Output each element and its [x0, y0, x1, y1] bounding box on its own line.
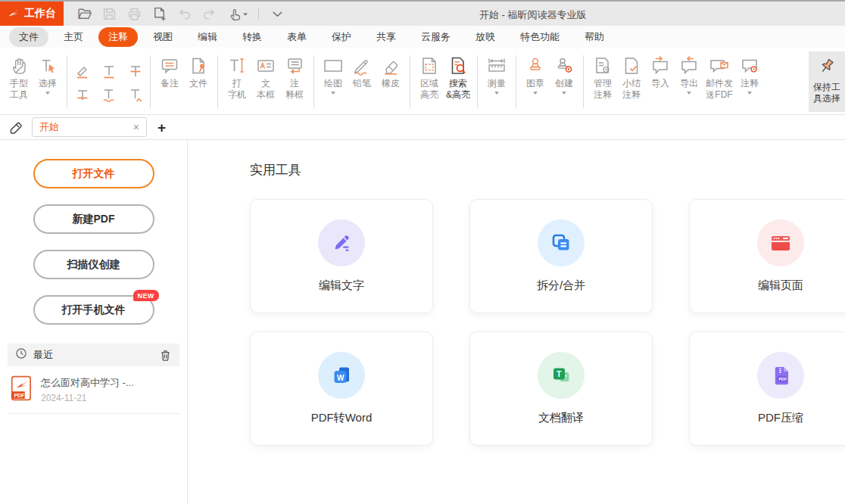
pencil-button[interactable]: 铅笔 — [348, 51, 376, 91]
redo-icon[interactable] — [199, 4, 219, 23]
recent-title: 最近 — [33, 348, 53, 362]
baseline-strike-icon[interactable] — [69, 82, 95, 106]
underline-text-icon[interactable] — [95, 59, 122, 82]
pencil-icon — [351, 53, 373, 78]
stamp-button[interactable]: 图章 — [521, 51, 550, 96]
card-pdf-compress[interactable]: PDF PDF压缩 — [689, 331, 845, 446]
file-attachment-button[interactable]: 文件 — [184, 51, 213, 91]
ribbon-toolbar: 手型 工具 选择 — [0, 48, 845, 115]
tab-start[interactable]: 开始 × — [32, 117, 147, 137]
pencil-label: 铅笔 — [353, 78, 371, 89]
open-file-button[interactable]: 打开文件 — [33, 159, 154, 188]
eraser-button[interactable]: 橡皮 — [376, 51, 405, 91]
card-doc-translate[interactable]: T 文档翻译 — [469, 331, 653, 446]
comments-settings-label: 注释 — [741, 78, 759, 89]
comments-settings-button[interactable]: 注释 — [735, 51, 764, 96]
pdf-file-icon: PDF — [11, 375, 33, 404]
card-edit-text[interactable]: 编辑文字 — [250, 199, 433, 313]
annotate-quick-icon[interactable] — [6, 117, 26, 137]
hand-tool-button[interactable]: 手型 工具 — [5, 51, 33, 102]
measure-label: 测量 — [488, 78, 506, 89]
pdf-compress-icon: PDF — [757, 352, 804, 399]
squiggly-underline-icon[interactable] — [95, 82, 122, 106]
open-file-icon[interactable] — [74, 4, 94, 23]
edit-pages-icon — [757, 219, 804, 266]
chevron-down-icon — [533, 92, 538, 95]
menu-share[interactable]: 共享 — [366, 27, 406, 47]
chevron-down-icon — [331, 92, 335, 95]
save-icon[interactable] — [99, 4, 119, 23]
menu-cloud[interactable]: 云服务 — [411, 27, 460, 47]
callout-button[interactable]: 注 释框 — [280, 51, 309, 102]
menu-comment[interactable]: 注释 — [98, 27, 138, 47]
area-highlight-button[interactable]: 区域 高亮 — [415, 51, 444, 102]
menu-help[interactable]: 帮助 — [575, 27, 614, 47]
note-button[interactable]: 备注 — [155, 51, 184, 91]
pushpin-icon — [815, 56, 838, 82]
keep-tool-selected-button[interactable]: 保持工 具选择 — [809, 51, 845, 112]
card-pdf-to-word[interactable]: W PDF转Word — [250, 331, 433, 446]
menu-form[interactable]: 表单 — [277, 27, 316, 47]
undo-icon[interactable] — [174, 4, 194, 23]
email-fdf-icon — [708, 53, 731, 78]
search-highlight-button[interactable]: 搜索 &高亮 — [444, 51, 472, 102]
email-fdf-button[interactable]: 邮件发 送FDF — [703, 51, 735, 102]
export-comments-button[interactable]: 导出 — [675, 51, 703, 96]
tools-heading: 实用工具 — [250, 161, 845, 179]
card-label: PDF压缩 — [758, 411, 803, 425]
menu-convert[interactable]: 转换 — [232, 27, 272, 47]
menu-home[interactable]: 主页 — [54, 27, 93, 47]
note-label: 备注 — [161, 78, 179, 89]
clear-recent-trash-icon[interactable] — [159, 349, 172, 362]
main-content: 实用工具 编辑文字 拆分/合并 编辑页面 — [188, 140, 845, 504]
workbench-button[interactable]: 工作台 — [0, 2, 64, 26]
import-comments-button[interactable]: 导入 — [646, 51, 675, 91]
new-pdf-button[interactable]: 新建PDF — [33, 204, 154, 234]
print-icon[interactable] — [124, 4, 144, 23]
menu-view[interactable]: 视图 — [143, 27, 182, 47]
scanner-create-button[interactable]: 扫描仪创建 — [33, 250, 154, 279]
recent-file-item[interactable]: PDF 怎么面对高中学习 -... 2024-11-21 — [8, 366, 179, 414]
typewriter-label: 打 字机 — [228, 78, 246, 101]
measure-button[interactable]: 测量 — [482, 51, 511, 96]
select-cursor-icon — [38, 53, 58, 78]
pdf-to-word-icon: W — [318, 352, 365, 399]
menu-features[interactable]: 特色功能 — [510, 27, 569, 47]
drawing-button[interactable]: 绘图 — [319, 51, 348, 96]
note-icon — [159, 53, 180, 78]
highlight-text-icon[interactable] — [69, 59, 95, 82]
new-tab-button[interactable]: + — [157, 120, 166, 135]
manage-comments-button[interactable]: 管理 注释 — [588, 51, 617, 102]
menu-edit[interactable]: 编辑 — [188, 27, 227, 47]
summarize-comments-button[interactable]: 小结 注释 — [617, 51, 646, 102]
menu-protect[interactable]: 保护 — [322, 27, 361, 47]
create-stamp-button[interactable]: 创建 — [550, 51, 578, 96]
customize-toolbar-icon[interactable] — [267, 4, 287, 23]
tab-close-icon[interactable]: × — [133, 122, 139, 132]
eraser-label: 橡皮 — [382, 78, 400, 89]
recent-file-name: 怎么面对高中学习 -... — [41, 376, 134, 390]
strikeout-text-icon[interactable] — [122, 59, 148, 82]
import-label: 导入 — [651, 78, 669, 89]
typewriter-button[interactable]: 打 字机 — [223, 51, 251, 102]
card-split-merge[interactable]: 拆分/合并 — [469, 199, 653, 313]
textbox-label: 文 本框 — [257, 78, 275, 101]
menu-file[interactable]: 文件 — [9, 27, 48, 47]
menu-present[interactable]: 放映 — [466, 27, 505, 47]
comments-settings-icon — [739, 53, 760, 78]
textbox-button[interactable]: 文 本框 — [251, 51, 280, 102]
area-highlight-label: 区域 高亮 — [420, 78, 438, 101]
insert-text-icon[interactable] — [122, 82, 148, 106]
select-tool-button[interactable]: 选择 — [33, 51, 62, 96]
card-label: 编辑文字 — [319, 278, 364, 293]
chevron-down-icon — [494, 92, 499, 95]
open-mobile-file-button[interactable]: 打开手机文件 NEW — [33, 295, 154, 325]
chevron-down-icon — [562, 92, 566, 95]
touch-mode-icon[interactable] — [224, 4, 250, 23]
card-edit-pages[interactable]: 编辑页面 — [689, 199, 845, 313]
chevron-down-icon — [45, 92, 50, 95]
create-pdf-icon[interactable] — [149, 4, 169, 23]
drawing-label: 绘图 — [324, 78, 342, 89]
ruler-icon — [485, 53, 508, 78]
open-mobile-file-label: 打开手机文件 — [62, 303, 126, 317]
